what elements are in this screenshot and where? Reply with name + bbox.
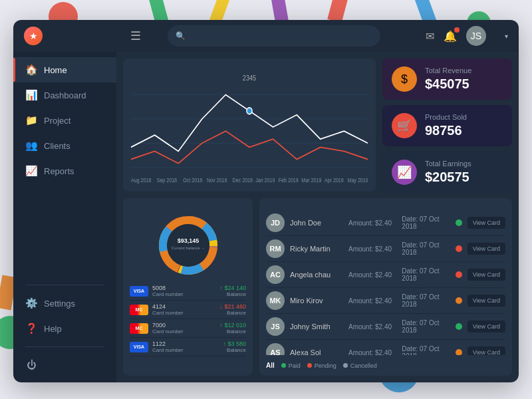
card-info: 7000 Card number [152,322,215,334]
notification-icon[interactable]: 🔔 [444,30,457,43]
sidebar-divider2 [25,346,104,347]
card-balance-label: Balance [219,310,246,316]
clients-icon: 👥 [25,140,37,152]
tx-date: Date: 07 Oct 2018 [402,345,450,355]
sold-icon: 🛒 [392,113,417,138]
card-logo: VISA [130,342,148,352]
revenue-icon: $ [392,66,417,92]
hamburger-icon[interactable]: ☰ [130,29,141,43]
search-input[interactable] [191,31,372,41]
card-logo: MC [130,305,148,315]
card-type: Card number [152,347,219,353]
transactions-card: JD John Doe Amount: $2.40 Date: 07 Oct 2… [259,198,512,376]
view-card-button[interactable]: View Card [467,346,505,355]
bottom-section: $93,145 Current balance → VISA 5008 Card… [116,198,519,382]
table-row: AC Angela chau Amount: $2.40 Date: 07 Oc… [266,262,505,288]
earnings-value: $20575 [425,170,503,185]
sidebar-item-help[interactable]: ❓ Help [13,316,116,341]
card-number: 5008 [152,285,215,291]
home-icon: 🏠 [25,64,37,76]
brand: ★ [24,27,117,45]
table-row: JS Johny Smith Amount: $2.40 Date: 07 Oc… [266,314,505,340]
tx-name: Ricky Martin [290,245,343,253]
tx-status [456,323,462,330]
tx-filter-all[interactable]: All [266,362,275,369]
sidebar-label-home: Home [44,65,67,75]
view-card-button[interactable]: View Card [467,243,505,255]
card-list: VISA 5008 Card number ↑ $24 140 Balance … [130,282,246,362]
svg-text:Aug 2018: Aug 2018 [131,177,152,184]
card-balance: ↑ $12 010 Balance [219,322,246,334]
project-icon: 📁 [25,114,37,126]
top-section: 2345 Aug 2018 Sep 2018 Oct 2018 Nov 201 [116,52,519,198]
topnav-actions: ✉ 🔔 JS ▾ [426,26,508,46]
balance-footer [130,366,246,369]
sidebar-item-project[interactable]: 📁 Project [13,108,116,133]
chart-svg-container: 2345 Aug 2018 Sep 2018 Oct 2018 Nov 201 [131,70,368,184]
logout-icon: ⏻ [25,359,37,370]
dashboard-icon: 📊 [25,89,37,101]
chart-svg: 2345 Aug 2018 Sep 2018 Oct 2018 Nov 201 [131,70,368,184]
svg-text:May 2019: May 2019 [347,177,368,184]
tx-status [456,245,462,252]
svg-text:Sep 2018: Sep 2018 [157,177,178,184]
sidebar-item-reports[interactable]: 📈 Reports [13,158,116,184]
topnav: ★ ☰ 🔍 ✉ 🔔 JS ▾ [13,20,519,52]
avatar[interactable]: JS [466,26,486,46]
card-item: MC 4124 Card number ↓ $21 460 Balance [130,301,246,319]
tx-status [456,297,462,304]
tx-avatar: AC [266,265,285,284]
user-dropdown-icon[interactable]: ▾ [505,33,508,40]
tx-avatar: JD [266,213,285,232]
stat-card-earnings: 📈 Total Earnings $20575 [382,152,512,193]
view-card-button[interactable]: View Card [467,321,505,332]
transactions-footer: AllPaidPendingCancelled [266,359,505,369]
card-balance: ↑ $24 140 Balance [219,285,246,297]
card-number: 7000 [152,322,215,329]
card-balance-label: Balance [219,291,246,297]
donut-container: $93,145 Current balance → [130,209,246,282]
tx-amount: Amount: $2.40 [348,245,396,253]
legend-dot [281,363,286,368]
table-row: JD John Doe Amount: $2.40 Date: 07 Oct 2… [266,210,505,236]
svg-text:Current balance →: Current balance → [171,246,204,250]
card-type: Card number [152,291,215,297]
svg-text:Nov 2018: Nov 2018 [207,177,227,184]
sidebar-item-home[interactable]: 🏠 Home [13,57,116,82]
sidebar-item-clients[interactable]: 👥 Clients [13,133,116,158]
tx-name: Alexa Sol [290,348,343,355]
content-area: 2345 Aug 2018 Sep 2018 Oct 2018 Nov 201 [116,52,519,382]
tx-status [456,349,462,355]
tx-date: Date: 07 Oct 2018 [402,293,450,308]
sidebar-label-dashboard: Dashboard [44,90,86,100]
tx-name: Angela chau [290,271,343,279]
tx-avatar: AS [266,343,285,355]
card-item: VISA 5008 Card number ↑ $24 140 Balance [130,282,246,301]
tx-status [456,271,462,278]
card-logo: VISA [130,286,148,297]
sold-label: Product Sold [425,113,503,121]
sidebar-item-logout[interactable]: ⏻ [13,352,116,377]
view-card-button[interactable]: View Card [467,269,505,281]
view-card-button[interactable]: View Card [467,295,505,307]
card-info: 1122 Card number [152,340,219,353]
tx-amount: Amount: $2.40 [348,349,396,356]
tx-legend-item: Paid [281,362,301,369]
card-balance-label: Balance [223,347,246,353]
mail-icon[interactable]: ✉ [426,30,434,43]
sidebar-label-clients: Clients [44,141,70,151]
tx-name: John Doe [290,219,343,227]
card-balance-label: Balance [219,329,246,334]
card-balance: ↓ $21 460 Balance [219,303,246,316]
settings-icon: ⚙️ [25,297,37,309]
sidebar-label-help: Help [44,324,62,334]
sidebar-nav: 🏠 Home📊 Dashboard📁 Project👥 Clients📈 Rep… [13,57,116,279]
view-card-button[interactable]: View Card [467,217,505,229]
sidebar-item-settings[interactable]: ⚙️ Settings [13,291,116,316]
sidebar-item-dashboard[interactable]: 📊 Dashboard [13,82,116,108]
card-balance-indicator: ↓ $21 460 [219,303,246,310]
tx-date: Date: 07 Oct 2018 [402,319,450,334]
tx-date: Date: 07 Oct 2018 [402,267,450,282]
revenue-label: Total Revenue [425,66,503,74]
legend-dot [307,363,312,368]
